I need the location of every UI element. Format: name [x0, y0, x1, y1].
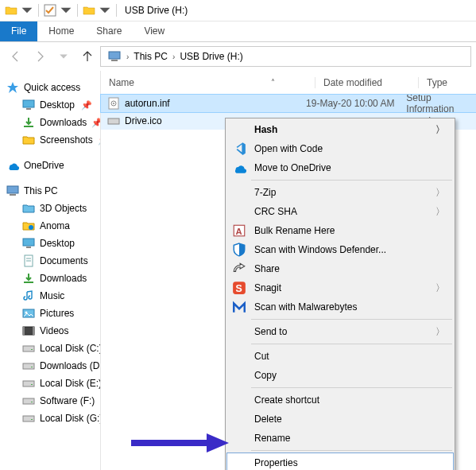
svg-rect-15 [24, 282, 33, 283]
tree-quick-access[interactable]: Quick access [0, 79, 100, 96]
tree-item[interactable]: Videos [0, 322, 100, 340]
menu-item-open-with-code[interactable]: Open with Code [227, 139, 453, 158]
tree-item-downloads[interactable]: Downloads📌 [0, 114, 100, 131]
menu-item-send-to[interactable]: Send to〉 [227, 322, 453, 341]
file-type: Setup Information [406, 92, 476, 115]
menu-item-snagit[interactable]: SSnagit〉 [227, 278, 453, 297]
chevron-down-icon[interactable] [99, 4, 111, 17]
svg-rect-19 [23, 327, 25, 335]
folder-icon [83, 4, 95, 17]
menu-item-label: Scan with Malwarebytes [254, 301, 357, 313]
menu-item-hash[interactable]: Hash〉 [227, 120, 453, 139]
tree-item[interactable]: Desktop [0, 235, 100, 252]
shield-icon [232, 243, 246, 257]
menu-item-rename[interactable]: Rename [227, 429, 453, 448]
tree-item[interactable]: Local Disk (C:) [0, 340, 100, 357]
tree-onedrive[interactable]: OneDrive [0, 157, 100, 174]
tree-item-label: Music [40, 290, 64, 301]
file-name: autorun.inf [125, 98, 301, 109]
navigation-pane[interactable]: Quick access Desktop📌Downloads📌Screensho… [0, 71, 101, 470]
context-menu[interactable]: Hash〉Open with CodeMove to OneDrive7-Zip… [225, 118, 455, 470]
pin-icon: 📌 [91, 118, 101, 128]
menu-item-share[interactable]: Share [227, 259, 453, 278]
tree-this-pc[interactable]: This PC [0, 182, 100, 200]
menu-item-copy[interactable]: Copy [227, 366, 453, 385]
tab-file[interactable]: File [0, 21, 37, 41]
breadcrumb[interactable]: › This PC › USB Drive (H:) [100, 46, 471, 67]
menu-item-scan-with-malwarebytes[interactable]: Scan with Malwarebytes [227, 297, 453, 317]
svg-rect-25 [23, 381, 34, 386]
menu-item-label: Send to [254, 326, 287, 337]
tree-item-desktop[interactable]: Desktop📌 [0, 96, 100, 114]
svg-rect-21 [23, 346, 34, 352]
quick-access-label: Quick access [24, 82, 80, 93]
menu-separator [251, 387, 452, 388]
tree-item[interactable]: Software (F:) [0, 392, 100, 410]
ribbon-tabs: File Home Share View [0, 21, 476, 42]
tree-item-label: Downloads (D:) [40, 360, 101, 371]
tree-item[interactable]: Downloads (D:) [0, 357, 100, 375]
submenu-arrow-icon: 〉 [435, 205, 445, 219]
tree-item-label: Local Disk (G:) [40, 413, 101, 424]
history-dropdown[interactable] [52, 45, 75, 68]
menu-item-delete[interactable]: Delete [227, 410, 453, 429]
breadcrumb-usb-drive[interactable]: USB Drive (H:) [175, 49, 247, 64]
tree-item[interactable]: Local Disk (E:) [0, 375, 100, 392]
menu-item-label: Cut [254, 351, 269, 362]
tree-item[interactable]: Pictures [0, 305, 100, 322]
snagit-icon: S [232, 281, 246, 295]
up-button[interactable] [76, 45, 99, 68]
tree-item-label: Videos [40, 325, 68, 336]
tree-item[interactable]: Anoma [0, 217, 100, 235]
tree-item-label: Local Disk (E:) [40, 378, 101, 389]
menu-item-bulk-rename-here[interactable]: ABulk Rename Here [227, 221, 453, 240]
checkbox-icon[interactable] [44, 4, 56, 17]
menu-item-7-zip[interactable]: 7-Zip〉 [227, 183, 453, 202]
tree-item-label: Desktop [40, 99, 75, 111]
back-button[interactable] [5, 45, 27, 68]
svg-rect-29 [23, 416, 34, 421]
menu-item-scan-with-windows-defender[interactable]: Scan with Windows Defender... [227, 240, 453, 259]
tab-home[interactable]: Home [37, 21, 85, 41]
menu-item-label: Bulk Rename Here [254, 225, 335, 236]
tree-item-label: Pictures [40, 308, 74, 319]
menu-item-label: Delete [254, 414, 282, 425]
breadcrumb-pc-icon[interactable] [103, 47, 126, 66]
menu-item-label: Open with Code [254, 143, 323, 154]
menu-item-cut[interactable]: Cut [227, 347, 453, 366]
chevron-down-icon[interactable] [60, 4, 72, 17]
svg-rect-22 [31, 349, 33, 350]
menu-item-crc-sha[interactable]: CRC SHA〉 [227, 202, 453, 221]
breadcrumb-this-pc[interactable]: This PC [129, 49, 172, 64]
forward-button[interactable] [29, 45, 51, 68]
tree-item-label: Desktop [40, 238, 75, 249]
svg-rect-7 [7, 186, 18, 193]
tree-item-label: Local Disk (C:) [40, 343, 101, 354]
chevron-down-icon[interactable] [21, 4, 33, 17]
menu-separator [251, 344, 452, 344]
column-name[interactable]: Name ˄ [101, 77, 315, 88]
tree-item[interactable]: Downloads [0, 270, 100, 287]
tab-share[interactable]: Share [85, 21, 133, 41]
column-type[interactable]: Type [419, 77, 455, 88]
menu-item-move-to-onedrive[interactable]: Move to OneDrive [227, 158, 453, 177]
column-headers: Name ˄ Date modified Type [101, 71, 476, 95]
tab-view[interactable]: View [133, 21, 176, 41]
tree-item[interactable]: Documents [0, 252, 100, 270]
column-date[interactable]: Date modified [315, 77, 419, 88]
file-date: 19-May-20 10:00 AM [306, 98, 401, 109]
menu-item-label: CRC SHA [254, 206, 297, 217]
file-row[interactable]: autorun.inf19-May-20 10:00 AMSetup Infor… [101, 95, 476, 112]
menu-item-label: Rename [254, 433, 290, 444]
menu-item-label: 7-Zip [254, 187, 276, 198]
menu-item-create-shortcut[interactable]: Create shortcut [227, 390, 453, 410]
bulkrename-icon: A [232, 223, 246, 238]
malwarebytes-icon [232, 300, 246, 314]
menu-item-properties[interactable]: Properties [227, 453, 453, 470]
share-icon [232, 262, 246, 276]
tree-item-screenshots[interactable]: Screenshots📌 [0, 131, 100, 149]
tree-item[interactable]: Local Disk (G:) [0, 410, 100, 427]
tree-item[interactable]: 3D Objects [0, 200, 100, 217]
svg-rect-10 [23, 239, 34, 246]
tree-item[interactable]: Music [0, 287, 100, 305]
